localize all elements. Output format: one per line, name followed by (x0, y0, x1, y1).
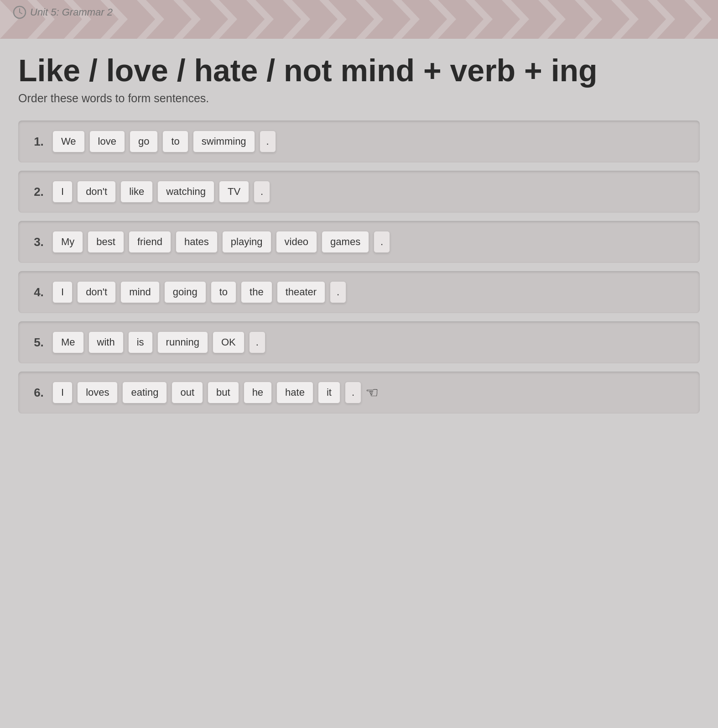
page-wrapper: Unit 5: Grammar 2 Like / love / hate / n… (0, 0, 718, 728)
sentence-row-6: 6. I loves eating out but he hate it . ☞ (18, 372, 700, 414)
word-tile-3-1[interactable]: best (88, 231, 124, 253)
sentence-number-6: 6. (27, 386, 50, 400)
sentence-row-3: 3. My best friend hates playing video ga… (18, 221, 700, 263)
sentence-row-1: 1. We love go to swimming . (18, 120, 700, 162)
word-tile-6-3[interactable]: out (172, 382, 203, 403)
word-tile-1-0[interactable]: We (52, 131, 85, 152)
sentence-row-2: 2. I don't like watching TV . (18, 171, 700, 213)
word-tile-1-2[interactable]: go (130, 131, 158, 152)
punctuation-1: . (260, 131, 276, 152)
subtitle: Order these words to form sentences. (0, 92, 718, 116)
word-tile-6-6[interactable]: hate (276, 382, 313, 403)
word-tile-3-5[interactable]: video (276, 231, 317, 253)
word-tile-4-3[interactable]: going (164, 281, 206, 303)
word-tile-6-2[interactable]: eating (122, 382, 167, 403)
word-tile-6-7[interactable]: it (318, 382, 340, 403)
word-tile-5-4[interactable]: OK (213, 331, 245, 353)
word-tile-3-3[interactable]: hates (176, 231, 218, 253)
punctuation-4: . (330, 281, 346, 303)
sentence-number-4: 4. (27, 285, 50, 299)
word-tile-2-1[interactable]: don't (77, 181, 116, 203)
unit-icon (13, 5, 26, 19)
word-tile-3-0[interactable]: My (52, 231, 83, 253)
sentence-row-5: 5. Me with is running OK . (18, 321, 700, 363)
sentence-row-4: 4. I don't mind going to the theater . (18, 271, 700, 313)
word-tile-6-4[interactable]: but (208, 382, 239, 403)
punctuation-2: . (254, 181, 270, 203)
word-tile-6-0[interactable]: I (52, 382, 73, 403)
word-tile-4-6[interactable]: theater (277, 281, 326, 303)
word-tile-5-2[interactable]: is (128, 331, 153, 353)
word-tile-1-1[interactable]: love (89, 131, 125, 152)
word-tile-2-3[interactable]: watching (157, 181, 214, 203)
word-tile-2-2[interactable]: like (120, 181, 153, 203)
main-title: Like / love / hate / not mind + verb + i… (0, 39, 718, 92)
word-tile-5-0[interactable]: Me (52, 331, 84, 353)
word-tile-4-5[interactable]: the (241, 281, 272, 303)
word-tile-6-1[interactable]: loves (77, 382, 118, 403)
punctuation-3: . (374, 231, 390, 253)
word-tile-4-0[interactable]: I (52, 281, 73, 303)
word-tile-2-0[interactable]: I (52, 181, 73, 203)
unit-label-container: Unit 5: Grammar 2 (13, 5, 113, 19)
word-tile-4-1[interactable]: don't (77, 281, 116, 303)
word-tile-6-5[interactable]: he (244, 382, 272, 403)
word-tile-4-2[interactable]: mind (120, 281, 160, 303)
word-tile-1-3[interactable]: to (162, 131, 188, 152)
sentence-number-2: 2. (27, 185, 50, 199)
word-tile-5-1[interactable]: with (88, 331, 124, 353)
svg-line-23 (20, 12, 22, 14)
word-tile-2-4[interactable]: TV (219, 181, 249, 203)
punctuation-6: . (345, 382, 361, 403)
unit-label: Unit 5: Grammar 2 (30, 6, 113, 18)
word-tile-4-4[interactable]: to (211, 281, 236, 303)
word-tile-3-2[interactable]: friend (129, 231, 171, 253)
sentence-number-1: 1. (27, 135, 50, 149)
word-tile-5-3[interactable]: running (157, 331, 208, 353)
cursor-icon: ☞ (365, 384, 379, 401)
punctuation-5: . (249, 331, 265, 353)
sentence-number-5: 5. (27, 335, 50, 350)
word-tile-3-6[interactable]: games (322, 231, 369, 253)
sentence-number-3: 3. (27, 235, 50, 249)
word-tile-3-4[interactable]: playing (222, 231, 271, 253)
sentences-container: 1. We love go to swimming . 2. I don't l… (0, 116, 718, 432)
word-tile-1-4[interactable]: swimming (193, 131, 255, 152)
